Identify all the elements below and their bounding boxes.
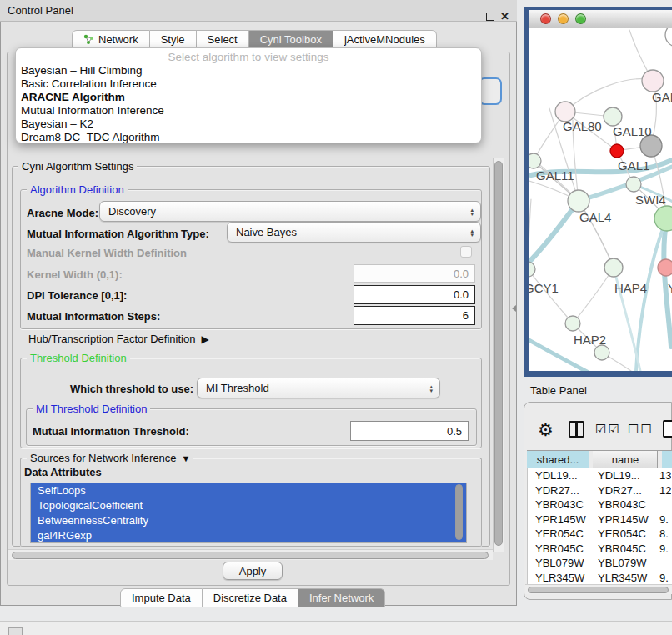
kernel-width-input[interactable]: 0.0	[354, 264, 475, 282]
select-all-checkboxes-icon[interactable]: ☑☑	[595, 422, 621, 437]
network-node[interactable]	[626, 177, 641, 192]
column-header-shared-name[interactable]: shared...	[527, 451, 589, 468]
settings-vertical-scrollbar[interactable]	[493, 158, 504, 552]
network-node[interactable]	[529, 262, 535, 277]
close-icon[interactable]: ✕	[500, 9, 509, 24]
combo-arrows-icon: ▴▾	[429, 384, 433, 392]
algorithm-option[interactable]: Mutual Information Inference	[16, 104, 481, 118]
mi-threshold-definition-title: MI Threshold Definition	[33, 402, 150, 415]
mi-algorithm-type-combo[interactable]: Naive Bayes ▴▾	[227, 222, 481, 242]
control-panel-titlebar: Control Panel	[0, 0, 517, 22]
data-attributes-list[interactable]: SelfLoopsTopologicalCoefficientBetweenne…	[30, 482, 467, 543]
network-node[interactable]	[658, 259, 672, 276]
minimized-panel-icon[interactable]	[8, 628, 23, 635]
algorithm-option[interactable]: Bayesian – K2	[16, 118, 481, 131]
table-row[interactable]: YER054CYER054C8.	[528, 527, 672, 542]
tab-label: Infer Network	[309, 589, 374, 607]
tab-style[interactable]: Style	[150, 30, 197, 49]
network-node[interactable]	[529, 153, 541, 168]
settings-horizontal-scrollbar-thumb[interactable]	[12, 552, 489, 559]
network-node[interactable]	[665, 28, 672, 47]
aracne-mode-label: Aracne Mode:	[27, 207, 98, 219]
gear-icon[interactable]: ⚙	[538, 420, 554, 440]
data-attributes-label: Data Attributes	[24, 466, 102, 478]
control-panel-title: Control Panel	[8, 4, 73, 17]
table-row[interactable]: YDL19...YDL19...13	[528, 468, 672, 483]
network-node[interactable]	[604, 258, 623, 277]
data-attribute-item[interactable]: TopologicalCoefficient	[31, 498, 466, 513]
threshold-definition-title: Threshold Definition	[27, 352, 130, 364]
table-cell: YBL079W	[528, 556, 590, 571]
network-node[interactable]	[654, 206, 672, 231]
new-table-icon[interactable]	[663, 420, 672, 438]
network-node[interactable]	[594, 345, 609, 360]
network-node[interactable]	[604, 108, 622, 126]
network-node-label: SWI4	[635, 192, 666, 207]
close-traffic-light[interactable]	[540, 13, 551, 24]
algorithm-option[interactable]: ARACNE Algorithm	[16, 91, 481, 104]
mi-steps-input[interactable]: 6	[354, 306, 475, 325]
network-node[interactable]	[642, 70, 664, 92]
tab-infer-network[interactable]: Infer Network	[298, 588, 385, 608]
table-row[interactable]: YBR043CYBR043C	[528, 498, 672, 512]
data-attribute-item[interactable]: gal4RGexp	[31, 528, 466, 543]
mi-steps-label: Mutual Information Steps:	[27, 310, 160, 322]
manual-kernel-width-checkbox[interactable]	[460, 246, 472, 258]
combo-arrows-icon: ▴▾	[470, 228, 474, 237]
attributes-scrollbar-thumb[interactable]	[455, 484, 463, 540]
network-edge	[529, 269, 573, 323]
table-row[interactable]: YLR345WYLR345W9.	[528, 571, 672, 586]
algorithm-option[interactable]: Basic Correlation Inference	[16, 78, 481, 91]
table-row[interactable]: YBL079WYBL079W	[528, 556, 672, 571]
control-panel-tabstrip: Network Style Select Cyni Toolbox jActiv…	[72, 30, 437, 49]
columns-icon[interactable]	[569, 421, 584, 438]
network-canvas[interactable]: GALGAL80GAL10GAL1GAL11SWI4GAL4GCY1HAP4YH…	[529, 28, 672, 371]
table-cell: YDL19...	[528, 468, 590, 483]
aracne-mode-combo[interactable]: Discovery ▴▾	[99, 201, 481, 222]
table-row[interactable]: YBR045CYBR045C9.	[528, 542, 672, 557]
float-window-icon[interactable]	[486, 12, 494, 21]
data-attribute-item[interactable]: BetweennessCentrality	[31, 513, 466, 528]
deselect-all-checkboxes-icon[interactable]: ☐☐	[628, 422, 654, 437]
algorithm-dropdown-popup: Select algorithm to view settings Bayesi…	[15, 48, 482, 143]
tab-cyni-toolbox[interactable]: Cyni Toolbox	[249, 30, 333, 49]
hub-definition-row[interactable]: Hub/Transcription Factor Definition ▶	[28, 332, 209, 345]
zoom-traffic-light[interactable]	[575, 13, 586, 24]
panel-splitter-arrow[interactable]	[512, 305, 516, 312]
settings-vertical-scrollbar-thumb[interactable]	[494, 161, 503, 546]
network-node-label: HAP4	[614, 281, 647, 295]
status-strip	[0, 621, 672, 635]
network-graph: GALGAL80GAL10GAL1GAL11SWI4GAL4GCY1HAP4YH…	[529, 28, 672, 371]
table-cell	[655, 556, 659, 571]
column-header-name[interactable]: name	[593, 451, 658, 468]
table-panel-title: Table Panel	[530, 384, 587, 397]
tab-jactivemnodules[interactable]: jActiveMNodules	[333, 30, 437, 49]
network-edge	[565, 79, 653, 112]
table-row[interactable]: YDR27...YDR27...12	[528, 483, 672, 498]
network-node[interactable]	[565, 316, 580, 331]
algorithm-option[interactable]: Bayesian – Hill Climbing	[16, 64, 481, 78]
expand-arrow-icon[interactable]: ▶	[201, 333, 208, 345]
data-attribute-item[interactable]: SelfLoops	[31, 483, 466, 498]
which-threshold-combo[interactable]: MI Threshold ▴▾	[197, 378, 440, 398]
table-body: YDL19...YDL19...13YDR27...YDR27...12YBR0…	[527, 468, 672, 593]
mi-threshold-input[interactable]: 0.5	[350, 421, 469, 441]
apply-button[interactable]: Apply	[223, 562, 283, 580]
tab-discretize-data[interactable]: Discretize Data	[203, 588, 298, 608]
table-horizontal-scrollbar[interactable]	[525, 584, 672, 594]
hidden-focused-button[interactable]	[479, 78, 502, 105]
column-header-partial[interactable]	[662, 451, 672, 468]
minimize-traffic-light[interactable]	[558, 13, 569, 24]
algorithm-option[interactable]: Dream8 DC_TDC Algorithm	[16, 131, 481, 144]
settings-horizontal-scrollbar[interactable]	[8, 549, 493, 560]
network-node[interactable]	[610, 144, 624, 158]
table-row[interactable]: YPR145WYPR145W9.	[528, 512, 672, 528]
network-window-titlebar[interactable]	[529, 10, 672, 28]
network-node[interactable]	[568, 190, 589, 212]
tab-network[interactable]: Network	[72, 30, 150, 49]
table-horizontal-scrollbar-thumb[interactable]	[528, 587, 669, 593]
dpi-tolerance-input[interactable]: 0.0	[354, 285, 475, 304]
tab-select[interactable]: Select	[197, 30, 249, 49]
tab-impute-data[interactable]: Impute Data	[120, 588, 203, 608]
collapse-arrow-icon[interactable]: ▼	[182, 453, 191, 463]
